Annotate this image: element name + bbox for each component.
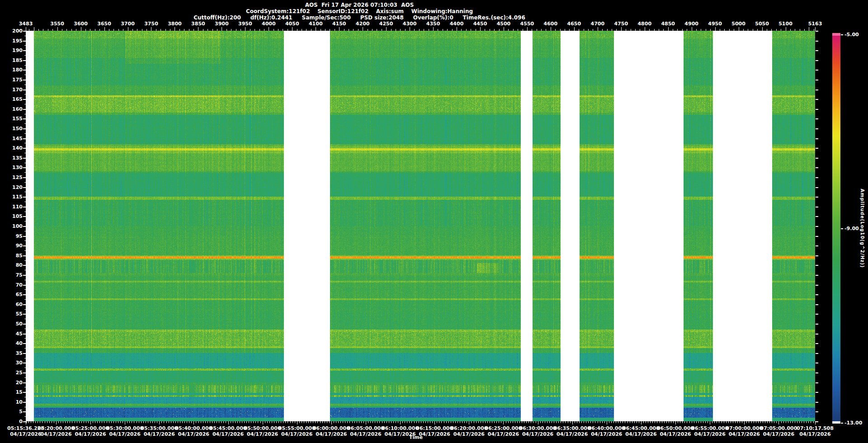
bottom-axis-minor-tick xyxy=(81,421,82,423)
top-axis-tick xyxy=(316,27,316,31)
right-axis-tick xyxy=(816,236,818,237)
top-axis-label: 5100 xyxy=(778,21,793,27)
bottom-axis-minor-tick xyxy=(169,421,169,423)
top-axis-tick xyxy=(245,27,245,31)
top-axis-tick xyxy=(363,27,363,31)
colorbar-label: -5.00 xyxy=(844,32,859,38)
bottom-axis-minor-tick xyxy=(113,421,114,423)
top-axis-label: 3700 xyxy=(121,21,135,27)
bottom-axis-minor-tick xyxy=(448,421,449,423)
bottom-axis-minor-tick xyxy=(267,421,268,423)
bottom-axis-minor-tick xyxy=(471,421,472,423)
bottom-axis-tick xyxy=(297,421,297,424)
bottom-axis-minor-tick xyxy=(804,421,804,423)
bottom-axis-minor-tick xyxy=(251,421,251,423)
bottom-axis-minor-tick xyxy=(733,421,733,423)
top-axis-tick xyxy=(645,27,645,31)
bottom-axis-minor-tick xyxy=(398,421,398,423)
bottom-axis-minor-tick xyxy=(746,421,747,423)
bottom-axis-tick xyxy=(90,421,91,424)
right-axis-tick xyxy=(816,187,818,188)
right-axis-tick xyxy=(816,324,818,325)
bottom-axis-minor-tick xyxy=(714,421,715,423)
bottom-axis-tick xyxy=(366,421,366,424)
bottom-axis-minor-tick xyxy=(513,421,513,423)
top-axis-tick xyxy=(34,27,34,31)
bottom-axis-minor-tick xyxy=(481,421,481,423)
bottom-axis-minor-tick xyxy=(370,421,371,423)
bottom-axis-minor-tick xyxy=(444,421,444,423)
bottom-axis-minor-tick xyxy=(558,421,559,423)
bottom-axis-minor-tick xyxy=(253,421,254,423)
bottom-axis-minor-tick xyxy=(510,421,511,423)
bottom-axis-minor-tick xyxy=(146,421,146,423)
bottom-axis-minor-tick xyxy=(646,421,646,423)
bottom-axis-minor-tick xyxy=(703,421,703,423)
bottom-axis-time-label: 06:15:00.000 xyxy=(416,425,453,431)
bottom-axis-minor-tick xyxy=(173,421,174,423)
left-axis-label: 70 xyxy=(16,282,23,287)
bottom-axis-minor-tick xyxy=(148,421,148,423)
bottom-axis-minor-tick xyxy=(522,421,522,423)
left-axis-label: 145 xyxy=(12,135,23,141)
top-axis-tick xyxy=(668,27,669,31)
bottom-axis-minor-tick xyxy=(304,421,304,423)
bottom-axis-minor-tick xyxy=(648,421,648,423)
bottom-axis-time-label: 05:40:00.000 xyxy=(175,425,212,431)
spectrogram-canvas[interactable] xyxy=(26,31,815,421)
bottom-axis-minor-tick xyxy=(84,421,84,423)
bottom-axis-minor-tick xyxy=(808,421,809,423)
bottom-axis-minor-tick xyxy=(184,421,185,423)
bottom-axis-minor-tick xyxy=(813,421,814,423)
bottom-axis-minor-tick xyxy=(650,421,651,423)
top-axis-tick xyxy=(574,27,575,31)
right-axis-tick xyxy=(816,411,818,412)
left-axis-label: 185 xyxy=(12,57,23,63)
bottom-axis-minor-tick xyxy=(375,421,375,423)
top-axis-tick xyxy=(598,27,598,31)
right-axis-tick xyxy=(816,226,818,227)
bottom-axis-tick xyxy=(778,421,779,424)
bottom-axis-time-label: 06:10:00.000 xyxy=(382,425,419,431)
bottom-axis-minor-tick xyxy=(575,421,575,423)
bottom-axis-minor-tick xyxy=(722,421,722,423)
bottom-axis-minor-tick xyxy=(97,421,98,423)
bottom-axis-minor-tick xyxy=(451,421,451,423)
left-axis-label: 115 xyxy=(12,194,23,200)
bottom-axis-minor-tick xyxy=(664,421,665,423)
bottom-axis-minor-tick xyxy=(379,421,380,423)
bottom-axis-minor-tick xyxy=(373,421,373,423)
right-axis-tick xyxy=(816,128,818,129)
top-axis-tick xyxy=(104,27,105,31)
bottom-axis-minor-tick xyxy=(508,421,509,423)
bottom-axis-minor-tick xyxy=(265,421,265,423)
bottom-axis-minor-tick xyxy=(655,421,655,423)
bottom-axis-date-label: 04/17/2026 xyxy=(488,431,519,437)
bottom-axis-minor-tick xyxy=(499,421,499,423)
right-axis-tick xyxy=(816,118,818,119)
bottom-axis-minor-tick xyxy=(38,421,38,423)
bottom-axis-minor-tick xyxy=(137,421,137,423)
bottom-axis-minor-tick xyxy=(786,421,786,423)
colorbar-label: -9.00 xyxy=(844,226,859,231)
bottom-axis-minor-tick xyxy=(54,421,54,423)
bottom-axis-minor-tick xyxy=(799,421,800,423)
right-axis-tick xyxy=(816,314,818,315)
bottom-axis-date-label: 04/17/2026 xyxy=(144,431,175,437)
bottom-axis-time-label: 07:10:17.508 xyxy=(797,425,834,431)
bottom-axis-minor-tick xyxy=(302,421,302,423)
bottom-axis-minor-tick xyxy=(421,421,421,423)
bottom-axis-minor-tick xyxy=(563,421,563,423)
bottom-axis-minor-tick xyxy=(359,421,359,423)
x-axis-title: Time xyxy=(409,434,423,440)
bottom-axis-minor-tick xyxy=(269,421,270,423)
bottom-axis-minor-tick xyxy=(52,421,52,423)
bottom-axis-minor-tick xyxy=(354,421,355,423)
top-axis-tick xyxy=(480,27,481,31)
bottom-axis-minor-tick xyxy=(141,421,142,423)
bottom-axis-minor-tick xyxy=(203,421,203,423)
left-axis-label: 170 xyxy=(12,86,23,92)
top-axis-label: 4600 xyxy=(544,21,558,27)
bottom-axis-minor-tick xyxy=(570,421,571,423)
bottom-axis-minor-tick xyxy=(483,421,483,423)
